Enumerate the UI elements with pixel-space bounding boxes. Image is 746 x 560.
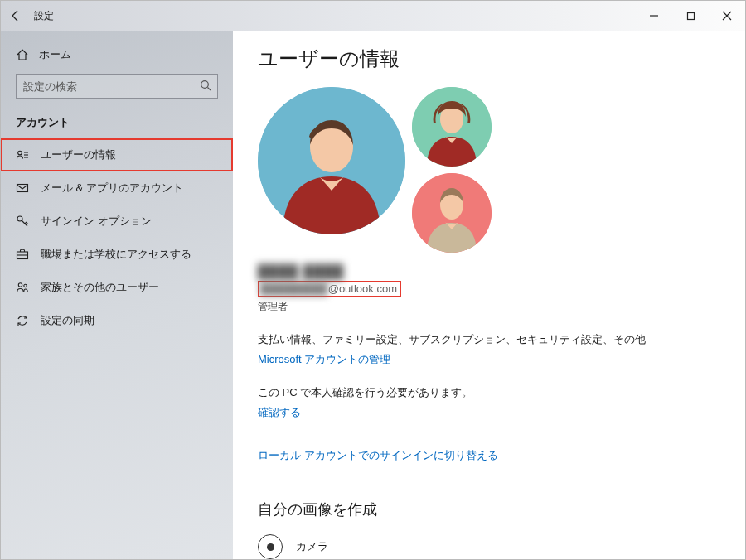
titlebar: 設定 (1, 1, 745, 31)
sidebar-item-email-accounts[interactable]: メール & アプリのアカウント (1, 171, 233, 205)
page-title: ユーザーの情報 (258, 46, 720, 72)
camera-label: カメラ (296, 539, 328, 554)
user-name: ████ ████ (258, 264, 720, 279)
avatar-secondary-2[interactable] (412, 173, 492, 253)
manage-account-link[interactable]: Microsoft アカウントの管理 (258, 352, 720, 367)
camera-icon (258, 534, 283, 559)
mail-icon (16, 181, 29, 195)
avatar-group (258, 87, 515, 253)
sidebar-item-label: ユーザーの情報 (41, 147, 116, 162)
verify-text: この PC で本人確認を行う必要があります。 (258, 385, 720, 400)
svg-point-12 (18, 283, 22, 287)
user-role: 管理者 (258, 300, 720, 314)
switch-local-account-link[interactable]: ローカル アカウントでのサインインに切り替える (258, 448, 720, 463)
sync-icon (16, 314, 29, 327)
minimize-button[interactable] (636, 1, 672, 31)
briefcase-icon (16, 248, 29, 261)
search-icon (200, 80, 211, 91)
user-email-local: ████████ (260, 282, 328, 295)
people-icon (16, 281, 29, 294)
svg-point-13 (24, 284, 27, 287)
maximize-button[interactable] (672, 1, 709, 31)
sidebar-section-header: アカウント (1, 112, 233, 138)
sidebar: ホーム アカウント ユーザーの情報 (1, 31, 233, 559)
sidebar-item-label: 家族とその他のユーザー (41, 280, 159, 295)
sidebar-item-label: サインイン オプション (41, 214, 152, 229)
sidebar-item-work-school[interactable]: 職場または学校にアクセスする (1, 238, 233, 271)
home-label: ホーム (39, 47, 71, 62)
avatar-primary[interactable] (258, 87, 405, 234)
sidebar-item-label: メール & アプリのアカウント (41, 181, 183, 196)
svg-point-4 (18, 151, 22, 155)
account-settings-desc: 支払い情報、ファミリー設定、サブスクリプション、セキュリティ設定、その他 (258, 332, 720, 347)
svg-line-3 (208, 88, 211, 91)
sidebar-item-label: 設定の同期 (41, 313, 94, 328)
search-input[interactable] (16, 74, 218, 99)
camera-option[interactable]: カメラ (258, 534, 720, 559)
avatar-secondary-1[interactable] (412, 87, 492, 167)
svg-point-2 (201, 81, 209, 89)
back-button[interactable] (1, 1, 31, 31)
sidebar-item-your-info[interactable]: ユーザーの情報 (1, 138, 233, 171)
user-email-highlight: ████████@outlook.com (258, 281, 401, 297)
sidebar-item-signin-options[interactable]: サインイン オプション (1, 205, 233, 238)
sidebar-item-label: 職場または学校にアクセスする (41, 247, 191, 262)
home-icon (16, 48, 29, 61)
home-nav[interactable]: ホーム (1, 41, 233, 74)
person-card-icon (16, 148, 29, 162)
main-content: ユーザーの情報 (233, 31, 745, 559)
verify-link[interactable]: 確認する (258, 405, 720, 420)
search-field[interactable] (16, 74, 218, 99)
sidebar-item-family-users[interactable]: 家族とその他のユーザー (1, 271, 233, 304)
key-icon (16, 215, 29, 228)
sidebar-item-sync-settings[interactable]: 設定の同期 (1, 304, 233, 337)
user-email-domain: @outlook.com (328, 282, 397, 295)
window-title: 設定 (31, 9, 54, 23)
close-button[interactable] (709, 1, 745, 31)
svg-rect-1 (687, 12, 694, 19)
create-picture-section-title: 自分の画像を作成 (258, 500, 720, 519)
